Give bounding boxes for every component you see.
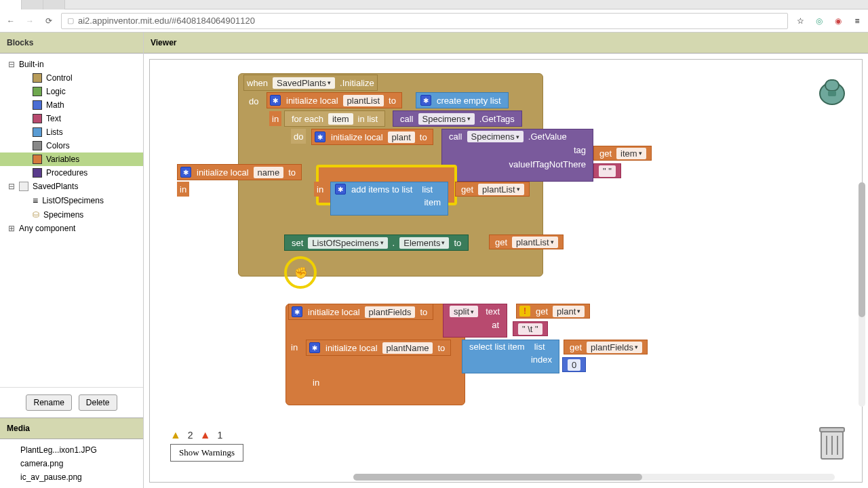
media-item[interactable]: camera.png bbox=[0, 457, 143, 470]
var-dropdown[interactable]: plantList bbox=[512, 237, 557, 248]
tree-builtin[interactable]: ⊟Built-in bbox=[0, 58, 143, 71]
rename-button[interactable]: Rename bbox=[26, 394, 71, 411]
browser-tab[interactable] bbox=[22, 0, 43, 9]
menu-icon[interactable]: ≡ bbox=[850, 14, 864, 28]
warning-icon[interactable]: ! bbox=[519, 306, 530, 317]
text-value[interactable]: " \t " bbox=[518, 323, 542, 335]
error-icon: ▲ bbox=[200, 429, 211, 441]
v-scrollbar[interactable] bbox=[859, 47, 865, 474]
text-value[interactable]: " " bbox=[599, 165, 616, 177]
split-dropdown[interactable]: split bbox=[450, 306, 478, 317]
init-plant[interactable]: initialize local plant to bbox=[311, 129, 433, 145]
tab-string[interactable]: " \t " bbox=[513, 321, 548, 336]
var-name[interactable]: plantFields bbox=[365, 306, 416, 318]
set-elements[interactable]: set ListOfSpecimens . Elements to bbox=[284, 235, 469, 251]
lists-icon bbox=[33, 127, 42, 137]
empty-string[interactable]: " " bbox=[593, 163, 621, 178]
prop-dropdown[interactable]: Elements bbox=[399, 237, 449, 249]
delete-button[interactable]: Delete bbox=[79, 394, 117, 411]
mutator-icon[interactable] bbox=[270, 95, 281, 106]
in-label-name: in bbox=[177, 182, 189, 197]
get-plantlist[interactable]: get plantList bbox=[455, 182, 530, 197]
comp-dropdown[interactable]: ListOfSpecimens bbox=[308, 237, 387, 249]
comp-listofspecimens[interactable]: ListOfSpecimens bbox=[0, 193, 143, 208]
forward-button[interactable]: → bbox=[23, 14, 37, 28]
reload-button[interactable]: ⟳ bbox=[42, 14, 56, 28]
var-name[interactable]: plant bbox=[388, 131, 415, 143]
browser-tab[interactable] bbox=[0, 0, 22, 9]
show-warnings-button[interactable]: Show Warnings bbox=[170, 444, 243, 462]
select-list-item[interactable]: select list item list index bbox=[462, 340, 559, 373]
media-item[interactable]: PlantLeg...ixon1.JPG bbox=[0, 443, 143, 457]
split-block[interactable]: split text at bbox=[443, 304, 507, 338]
cat-logic[interactable]: Logic bbox=[0, 85, 143, 98]
v-scroll-thumb[interactable] bbox=[859, 182, 865, 317]
foreach-block[interactable]: for each item in list bbox=[284, 110, 385, 127]
var-dropdown[interactable]: item bbox=[616, 148, 646, 159]
var-name[interactable]: name bbox=[254, 167, 284, 178]
math-icon bbox=[33, 100, 42, 110]
comp-specimens[interactable]: Specimens bbox=[0, 208, 143, 222]
control-icon bbox=[33, 73, 42, 83]
var-dropdown[interactable]: plantFields bbox=[587, 342, 642, 353]
screen-icon bbox=[19, 182, 28, 191]
cat-control[interactable]: Control bbox=[0, 71, 143, 85]
call-gettags[interactable]: call Specimens .GetTags bbox=[393, 110, 522, 127]
comp-dropdown[interactable]: Specimens bbox=[418, 113, 475, 125]
init-plantfields-head[interactable]: initialize local plantFields to bbox=[288, 304, 433, 320]
media-header: Media bbox=[0, 418, 143, 439]
cat-math[interactable]: Math bbox=[0, 98, 143, 112]
cat-lists[interactable]: Lists bbox=[0, 125, 143, 139]
init-name[interactable]: initialize local name to bbox=[177, 164, 302, 180]
var-name[interactable]: plantName bbox=[382, 342, 433, 354]
mutator-icon[interactable] bbox=[180, 167, 191, 178]
var-dropdown[interactable]: plant bbox=[553, 306, 585, 317]
h-scrollbar[interactable] bbox=[353, 474, 835, 481]
get-plant-warn[interactable]: ! get plant bbox=[516, 304, 590, 319]
init-plantname[interactable]: initialize local plantName to bbox=[306, 340, 451, 356]
comp-dropdown[interactable]: Specimens bbox=[467, 131, 524, 142]
index-zero[interactable]: 0 bbox=[562, 357, 586, 372]
cat-variables[interactable]: Variables bbox=[0, 152, 143, 166]
init-plantlist[interactable]: initialize local plantList to bbox=[267, 92, 402, 108]
number-value[interactable]: 0 bbox=[568, 359, 580, 371]
component-dropdown[interactable]: SavedPlants bbox=[273, 77, 335, 89]
get-item[interactable]: get item bbox=[593, 146, 652, 161]
tree-any[interactable]: ⊞Any component bbox=[0, 222, 143, 235]
get-plantlist-2[interactable]: get plantList bbox=[489, 235, 564, 249]
mutator-icon[interactable] bbox=[420, 95, 431, 106]
add-items[interactable]: add items to list list item bbox=[330, 182, 448, 216]
viewer-panel: Viewer when SavedPlants .Initialize do i… bbox=[144, 33, 868, 488]
mutator-icon[interactable] bbox=[292, 306, 302, 317]
trash-icon[interactable] bbox=[816, 424, 848, 462]
tree-screen[interactable]: ⊟SavedPlants bbox=[0, 180, 143, 193]
star-icon[interactable]: ☆ bbox=[793, 14, 807, 28]
var-dropdown[interactable]: plantList bbox=[478, 184, 524, 195]
create-empty-list[interactable]: create empty list bbox=[416, 92, 509, 108]
media-list: PlantLeg...ixon1.JPG camera.png ic_av_pa… bbox=[0, 439, 143, 488]
in-label-3: in bbox=[314, 182, 326, 197]
blocks-canvas[interactable]: when SavedPlants .Initialize do initiali… bbox=[149, 59, 863, 483]
ext-icon[interactable]: ◉ bbox=[831, 14, 845, 28]
backpack-icon[interactable] bbox=[816, 73, 848, 106]
cat-procedures[interactable]: Procedures bbox=[0, 166, 143, 180]
procedures-icon bbox=[33, 168, 42, 178]
call-getvalue[interactable]: call Specimens .GetValue tag valueIfTagN… bbox=[441, 129, 593, 182]
back-button[interactable]: ← bbox=[4, 14, 18, 28]
var-name[interactable]: plantList bbox=[343, 95, 384, 106]
h-scroll-thumb[interactable] bbox=[353, 474, 642, 481]
cat-text[interactable]: Text bbox=[0, 112, 143, 125]
browser-tab[interactable] bbox=[43, 0, 65, 9]
cat-colors[interactable]: Colors bbox=[0, 139, 143, 152]
get-plantfields[interactable]: get plantFields bbox=[564, 340, 648, 354]
mutator-icon[interactable] bbox=[335, 184, 346, 195]
svg-rect-4 bbox=[820, 428, 844, 432]
ext-icon[interactable]: ◎ bbox=[812, 14, 826, 28]
do-label: do bbox=[246, 94, 261, 108]
when-header[interactable]: when SavedPlants .Initialize bbox=[243, 75, 378, 91]
mutator-icon[interactable] bbox=[309, 342, 320, 353]
loop-var[interactable]: item bbox=[328, 113, 353, 125]
mutator-icon[interactable] bbox=[315, 131, 326, 142]
url-bar[interactable]: ▢ ai2.appinventor.mit.edu/#6408184064901… bbox=[61, 13, 788, 29]
media-item[interactable]: ic_av_pause.png bbox=[0, 470, 143, 484]
